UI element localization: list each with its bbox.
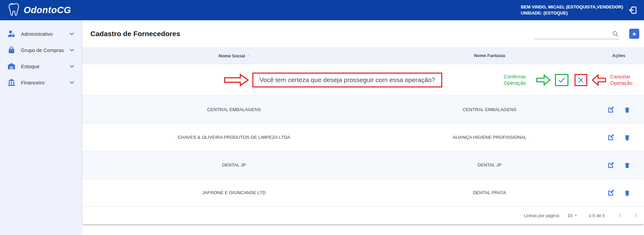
search-icon[interactable]: [612, 30, 619, 37]
table-row[interactable]: CENTRAL EMBALAGENS CENTRAL EMBALAGENS: [82, 96, 644, 124]
confirmation-row: Você tem certeza que deseja prosseguir c…: [82, 64, 644, 96]
sidebar-item-label: Grupo de Compras: [21, 47, 69, 53]
welcome-text: BEM VINDO, MICAEL (ESTOQUISTA,VENDEDOR) …: [521, 4, 623, 16]
cell-nome-social: CHAVES & OLIVEIRA PRODUTOS DE LIMPEZA LT…: [82, 135, 386, 140]
rows-per-page-select[interactable]: 10 ▾: [567, 213, 577, 218]
welcome-line-2: UNIDADE: (ESTOQUE): [521, 10, 623, 16]
top-header-bar: OdontoCG BEM VINDO, MICAEL (ESTOQUISTA,V…: [0, 0, 644, 20]
previous-page-button[interactable]: [617, 212, 624, 219]
cell-nome-social: CENTRAL EMBALAGENS: [82, 107, 386, 112]
brand-logo: OdontoCG: [7, 2, 71, 18]
delete-button[interactable]: [624, 134, 631, 141]
cancel-x-button[interactable]: [577, 76, 585, 84]
delete-button[interactable]: [624, 189, 631, 197]
table-header-row: Nome Social↑ Nome Fantasia Ações: [82, 47, 644, 64]
delete-button[interactable]: [624, 106, 631, 113]
rows-per-page-label: Linhas por página:: [524, 213, 560, 218]
confirm-check-button[interactable]: [558, 76, 566, 84]
annotation-green-frame: [555, 74, 568, 86]
annotation-red-arrow-right-icon: [223, 73, 250, 87]
main-content: Cadastro de Fornecedores +: [82, 20, 644, 235]
chevron-down-icon: [69, 63, 75, 69]
edit-button[interactable]: [607, 161, 615, 169]
column-header-acoes: Ações: [593, 53, 644, 58]
cell-nome-fantasia: DENTAL PRATA: [386, 190, 593, 195]
sidebar-item-estoque[interactable]: Estoque: [0, 58, 82, 74]
tooth-icon: [7, 2, 20, 18]
table-row[interactable]: CHAVES & OLIVEIRA PRODUTOS DE LIMPEZA LT…: [82, 124, 644, 151]
warehouse-icon: [7, 62, 16, 71]
edit-button[interactable]: [607, 189, 615, 197]
table-row[interactable]: JAFRONE E GIUNCANSE LTD DENTAL PRATA: [82, 179, 644, 207]
cell-nome-fantasia: ALIANÇA HIGIENE PROFISSIONAL: [386, 135, 593, 140]
next-page-button[interactable]: [633, 212, 639, 219]
annotation-green-arrow-right-icon: [536, 74, 551, 86]
edit-button[interactable]: [607, 133, 615, 141]
confirm-operation-label: Confirmar Operação: [504, 74, 532, 86]
cell-nome-social: DENTAL JP: [82, 162, 386, 167]
pagination-bar: Linhas por página: 10 ▾ 1-5 de 5: [82, 207, 644, 224]
page-range-label: 1-5 de 5: [589, 213, 605, 218]
welcome-line-1: BEM VINDO, MICAEL (ESTOQUISTA,VENDEDOR): [521, 4, 623, 10]
cancel-operation-label: Cancelar Operação: [610, 74, 639, 86]
chevron-down-icon: [69, 31, 75, 37]
cell-nome-fantasia: DENTAL JP: [386, 162, 593, 167]
sidebar-item-financeiro[interactable]: Financeiro: [0, 74, 82, 90]
delete-button[interactable]: [624, 161, 631, 169]
sidebar-item-label: Administrativo: [21, 31, 69, 37]
search-input[interactable]: [534, 29, 607, 38]
sidebar-item-administrativo[interactable]: Administrativo: [0, 26, 82, 42]
logout-icon[interactable]: [628, 5, 638, 15]
sidebar-item-label: Financeiro: [21, 80, 69, 85]
column-header-nome-social[interactable]: Nome Social↑: [82, 53, 386, 58]
annotation-red-frame: [575, 74, 587, 86]
dropdown-caret-icon: ▾: [575, 214, 577, 217]
search-box: [534, 28, 619, 39]
annotation-red-arrow-left-icon: [591, 74, 606, 86]
chevron-down-icon: [69, 47, 75, 53]
cell-nome-fantasia: CENTRAL EMBALAGENS: [386, 107, 593, 112]
bank-icon: [7, 78, 16, 87]
edit-button[interactable]: [607, 106, 615, 113]
admin-user-lock-icon: [7, 29, 16, 38]
sidebar-item-label: Estoque: [21, 63, 69, 69]
page-title: Cadastro de Fornecedores: [90, 30, 180, 38]
add-supplier-button[interactable]: +: [629, 29, 639, 39]
plus-icon: +: [632, 30, 636, 37]
cell-nome-social: JAFRONE E GIUNCANSE LTD: [82, 190, 386, 195]
sort-asc-icon[interactable]: ↑: [247, 53, 249, 58]
chevron-down-icon: [69, 79, 75, 85]
brand-name: OdontoCG: [24, 5, 71, 16]
column-header-nome-fantasia[interactable]: Nome Fantasia: [386, 53, 593, 58]
sidebar: Administrativo Grupo de Compras: [0, 20, 82, 235]
shopping-bag-icon: [7, 46, 16, 54]
table-row[interactable]: DENTAL JP DENTAL JP: [82, 151, 644, 179]
confirmation-message: Você tem certeza que deseja prosseguir c…: [252, 73, 442, 87]
sidebar-item-grupo-de-compras[interactable]: Grupo de Compras: [0, 42, 82, 58]
